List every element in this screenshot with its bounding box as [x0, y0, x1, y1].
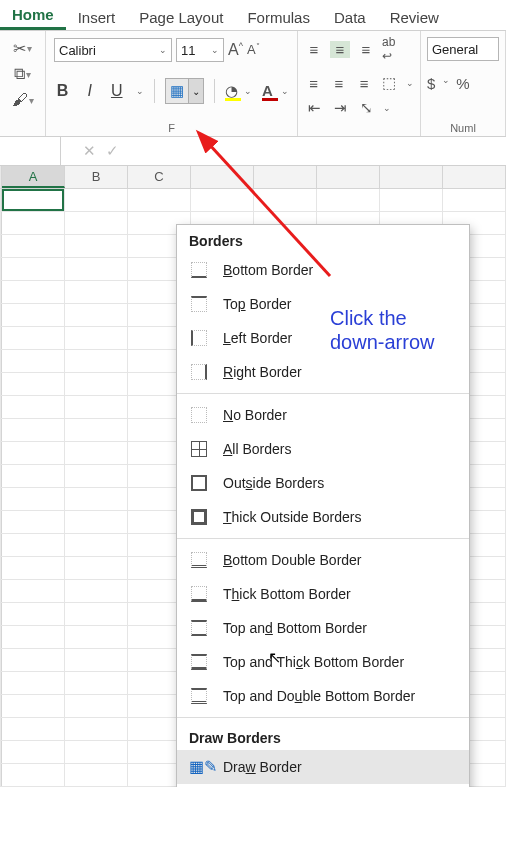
cell[interactable] [2, 672, 65, 694]
align-middle-icon[interactable]: ≡ [330, 41, 350, 58]
cell[interactable] [65, 327, 128, 349]
cell[interactable] [2, 580, 65, 602]
menu-item-drawgrid[interactable]: ▦✎Draw Border Grid [177, 784, 469, 787]
menu-item-tdbb[interactable]: Top and Double Bottom Border [177, 679, 469, 713]
column-header[interactable]: C [128, 166, 191, 188]
cell[interactable] [65, 235, 128, 257]
cell[interactable] [2, 304, 65, 326]
cell[interactable] [128, 189, 191, 211]
italic-button[interactable]: I [81, 82, 98, 100]
number-format-select[interactable]: General [427, 37, 499, 61]
cell[interactable] [2, 189, 65, 211]
menu-item-draw[interactable]: ▦✎Draw Border [177, 750, 469, 784]
cell[interactable] [2, 626, 65, 648]
copy-icon[interactable]: ⧉ [14, 65, 25, 83]
cell[interactable] [2, 419, 65, 441]
bold-button[interactable]: B [54, 82, 71, 100]
tab-formulas[interactable]: Formulas [235, 3, 322, 30]
cell[interactable] [65, 511, 128, 533]
cell[interactable] [65, 281, 128, 303]
orientation-icon[interactable]: ⤡ [356, 99, 376, 117]
cell[interactable] [191, 189, 254, 211]
name-box[interactable] [0, 137, 61, 165]
cell[interactable] [65, 396, 128, 418]
percent-icon[interactable]: % [456, 75, 469, 92]
cell[interactable] [2, 695, 65, 717]
cell[interactable] [65, 465, 128, 487]
increase-font-icon[interactable]: A^ [228, 41, 243, 59]
menu-item-dbl[interactable]: Bottom Double Border [177, 543, 469, 577]
tab-insert[interactable]: Insert [66, 3, 128, 30]
cell[interactable] [317, 189, 380, 211]
menu-item-all[interactable]: All Borders [177, 432, 469, 466]
decrease-font-icon[interactable]: A˅ [247, 42, 260, 57]
border-split-button[interactable]: ▦ ⌄ [165, 78, 204, 104]
cell[interactable] [65, 649, 128, 671]
cell[interactable] [65, 189, 128, 211]
cell[interactable] [65, 258, 128, 280]
cell[interactable] [2, 511, 65, 533]
cell[interactable] [2, 396, 65, 418]
merge-icon[interactable]: ⬚ [380, 74, 399, 92]
worksheet[interactable]: ABC Borders Bottom BorderTop BorderLeft … [0, 166, 506, 787]
menu-item-right[interactable]: Right Border [177, 355, 469, 389]
column-header[interactable]: B [65, 166, 128, 188]
cell[interactable] [2, 718, 65, 740]
cell[interactable] [65, 373, 128, 395]
wrap-text-icon[interactable]: ab↩ [382, 35, 395, 63]
cell[interactable] [2, 373, 65, 395]
align-top-icon[interactable]: ≡ [304, 41, 324, 58]
align-left-icon[interactable]: ≡ [304, 75, 323, 92]
cell[interactable] [2, 350, 65, 372]
cell[interactable] [2, 649, 65, 671]
cell[interactable] [65, 741, 128, 763]
cell[interactable] [65, 488, 128, 510]
cell[interactable] [65, 626, 128, 648]
tab-review[interactable]: Review [378, 3, 451, 30]
tab-page-layout[interactable]: Page Layout [127, 3, 235, 30]
cell[interactable] [2, 764, 65, 786]
cell[interactable] [2, 212, 65, 234]
cell[interactable] [2, 488, 65, 510]
cell[interactable] [380, 189, 443, 211]
menu-item-bottom[interactable]: Bottom Border [177, 253, 469, 287]
cell[interactable] [65, 764, 128, 786]
menu-item-thickout[interactable]: Thick Outside Borders [177, 500, 469, 534]
column-headers[interactable]: ABC [0, 166, 506, 189]
cell[interactable] [65, 695, 128, 717]
cell[interactable] [443, 189, 506, 211]
align-bottom-icon[interactable]: ≡ [356, 41, 376, 58]
menu-item-tb[interactable]: Top and Bottom Border [177, 611, 469, 645]
cell[interactable] [254, 189, 317, 211]
cell[interactable] [65, 672, 128, 694]
cell[interactable] [65, 442, 128, 464]
indent-increase-icon[interactable]: ⇥ [330, 99, 350, 117]
align-right-icon[interactable]: ≡ [355, 75, 374, 92]
cell[interactable] [2, 442, 65, 464]
align-center-icon[interactable]: ≡ [329, 75, 348, 92]
menu-item-thb[interactable]: Thick Bottom Border [177, 577, 469, 611]
cell[interactable] [65, 350, 128, 372]
cell[interactable] [65, 580, 128, 602]
cell[interactable] [65, 718, 128, 740]
cell[interactable] [65, 557, 128, 579]
fill-color-button[interactable]: ◔⌄ [225, 82, 252, 100]
column-header[interactable]: A [2, 166, 65, 188]
border-dropdown-arrow[interactable]: ⌄ [188, 79, 203, 103]
cell[interactable] [2, 465, 65, 487]
cell[interactable] [65, 603, 128, 625]
cell[interactable] [2, 235, 65, 257]
currency-icon[interactable]: $ [427, 75, 435, 92]
tab-data[interactable]: Data [322, 3, 378, 30]
font-size-select[interactable]: 11⌄ [176, 38, 224, 62]
cell[interactable] [65, 212, 128, 234]
cell[interactable] [2, 281, 65, 303]
cell[interactable] [2, 327, 65, 349]
font-color-button[interactable]: A⌄ [262, 82, 289, 100]
cell[interactable] [2, 741, 65, 763]
menu-item-tthb[interactable]: Top and Thick Bottom Border [177, 645, 469, 679]
cut-icon[interactable]: ✂ [13, 39, 26, 58]
cell[interactable] [2, 534, 65, 556]
cell[interactable] [2, 258, 65, 280]
cell[interactable] [2, 603, 65, 625]
